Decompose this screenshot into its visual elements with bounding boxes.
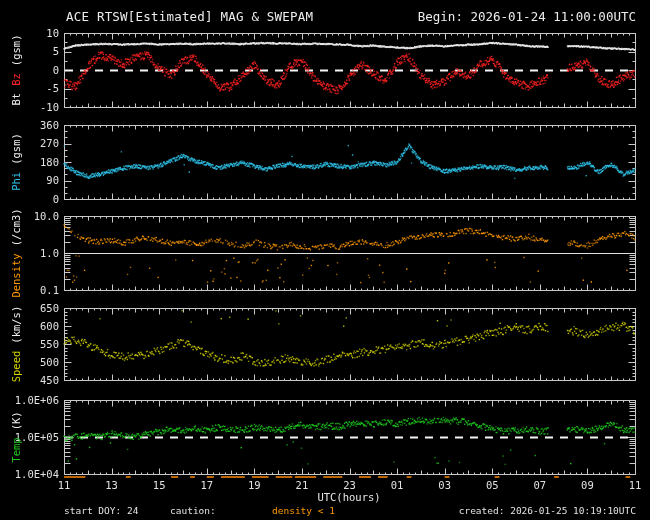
footer-caution-value: density < 1	[272, 505, 335, 516]
begin-timestamp: Begin: 2026-01-24 11:00:00UTC	[418, 9, 636, 24]
ace-rtsw-plot-screen: ACE RTSW[Estimated] MAG & SWEPAM Begin: …	[0, 0, 650, 520]
footer-created: created: 2026-01-25 10:19:10UTC	[459, 505, 636, 516]
plot-canvas	[0, 0, 650, 520]
footer-start-doy: start DOY: 24	[64, 505, 138, 516]
page-title: ACE RTSW[Estimated] MAG & SWEPAM	[66, 9, 313, 24]
x-axis-label: UTC(hours)	[284, 491, 414, 503]
footer-caution-label: caution:	[170, 505, 216, 516]
